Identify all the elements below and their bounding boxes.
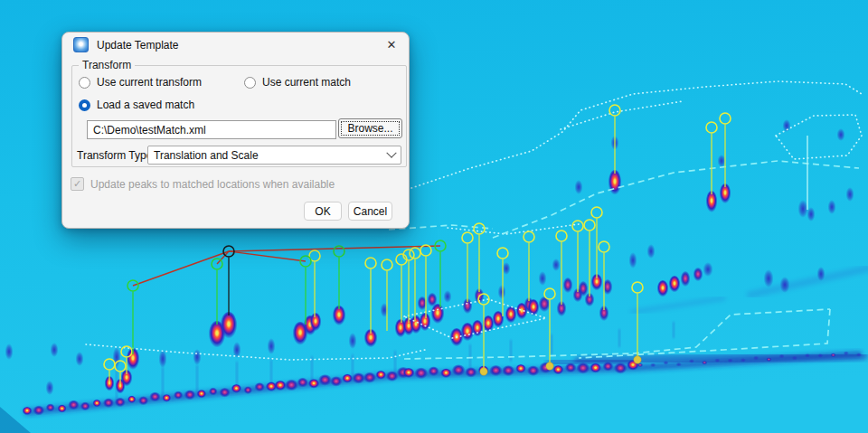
peak-blob [780, 277, 790, 293]
peak-blob [669, 276, 681, 294]
dialog-titlebar[interactable]: Update Template ✕ [62, 33, 409, 57]
ok-button-label: OK [315, 205, 330, 218]
peak-blob [505, 306, 517, 325]
peak-blob [268, 338, 276, 354]
peak-blob [310, 313, 322, 333]
peak-blob [657, 280, 669, 298]
peak-blob [420, 313, 431, 333]
peak-blob [764, 269, 774, 287]
peak-blob [221, 312, 238, 341]
peak-blob [472, 320, 484, 338]
update-template-dialog: Update Template ✕ Transform Use current … [61, 32, 410, 229]
browse-button-label: Browse... [347, 122, 392, 135]
peak-blob [807, 207, 816, 221]
peak-blob [837, 128, 845, 141]
peak-blob [647, 244, 656, 259]
radio-load-saved-match[interactable]: Load a saved match [79, 99, 194, 111]
browse-button[interactable]: Browse... [338, 118, 402, 138]
peak-blob [817, 267, 826, 281]
peak-blob [444, 290, 452, 303]
peak-blob [575, 180, 583, 194]
peak-blob [828, 200, 836, 214]
peak-blob [159, 350, 167, 368]
cancel-button[interactable]: Cancel [348, 202, 392, 221]
cancel-button-label: Cancel [354, 205, 387, 218]
transform-type-label: Transform Type: [77, 149, 156, 162]
radio-circle[interactable] [244, 77, 256, 89]
match-file-path-input[interactable] [87, 120, 336, 139]
peak-blob [528, 299, 540, 317]
radio-label: Use current transform [97, 76, 202, 89]
radio-circle[interactable] [79, 77, 90, 89]
peak-blob [798, 200, 808, 218]
peak-blob [503, 262, 511, 275]
peak-blob [349, 333, 357, 349]
radio-use-current-transform[interactable]: Use current transform [79, 76, 202, 89]
radio-use-current-match[interactable]: Use current match [244, 76, 351, 89]
peak-blob [629, 252, 637, 268]
transform-type-dropdown[interactable]: Translation and Scale [147, 146, 401, 165]
update-template-icon [73, 37, 89, 52]
dialog-title: Update Template [97, 39, 179, 52]
peak-blob [113, 347, 121, 367]
radio-label: Load a saved match [97, 99, 194, 111]
peak-blob [516, 303, 528, 321]
ok-button[interactable]: OK [304, 202, 342, 221]
peak-blob [609, 170, 622, 197]
update-peaks-checkbox-row: ✓ Update peaks to matched locations when… [71, 177, 335, 191]
peak-blob [5, 344, 14, 360]
peak-blob [846, 187, 854, 202]
peak-blob [193, 349, 202, 365]
peak-blob [552, 259, 561, 271]
radio-circle-selected[interactable] [79, 99, 90, 111]
transform-groupbox: Transform Use current transform Use curr… [71, 65, 407, 167]
peak-blob [718, 155, 726, 167]
peak-blob [46, 381, 54, 395]
checkbox-label: Update peaks to matched locations when a… [90, 178, 335, 191]
chevron-down-icon [386, 147, 396, 157]
peak-blob [693, 268, 703, 282]
peak-blob [51, 343, 59, 357]
peak-blob [76, 352, 84, 366]
transform-type-value: Translation and Scale [154, 149, 388, 162]
radio-label: Use current match [262, 76, 351, 89]
peak-blob [563, 278, 573, 294]
peak-blob [703, 262, 713, 277]
close-icon[interactable]: ✕ [382, 35, 401, 55]
peak-blob [431, 304, 445, 325]
peak-blob [681, 271, 691, 287]
peak-blob [539, 271, 547, 286]
transform-group-label: Transform [79, 59, 135, 71]
peak-blob [498, 285, 506, 299]
checkbox-checked-disabled: ✓ [71, 177, 84, 191]
peak-blob [579, 281, 589, 297]
